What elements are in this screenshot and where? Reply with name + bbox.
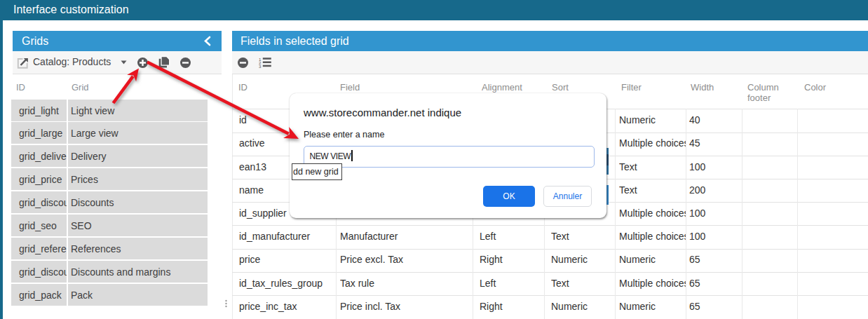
svg-text:3: 3 [259, 64, 262, 68]
